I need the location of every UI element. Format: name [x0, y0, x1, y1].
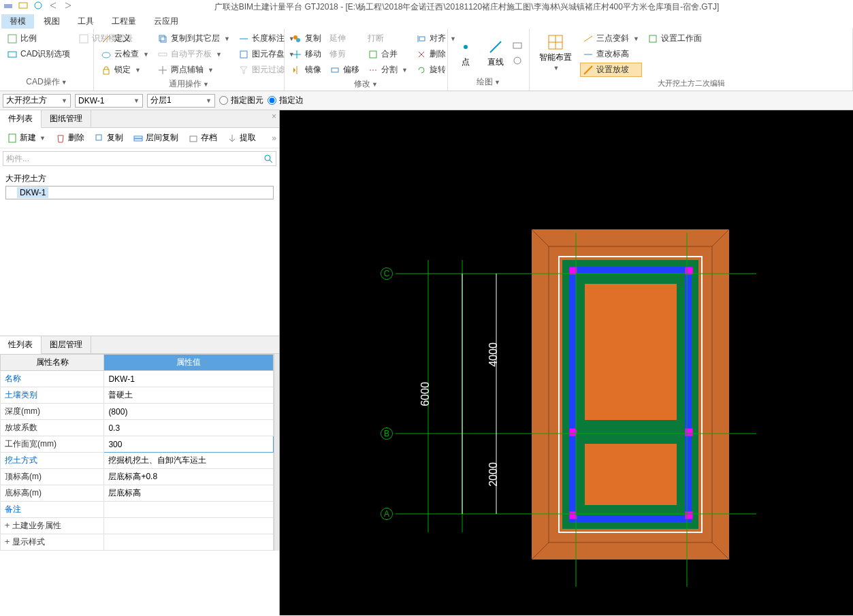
prop-key: 土壤类别 [1, 387, 104, 404]
prop-value[interactable] [104, 502, 274, 518]
category-select[interactable]: 大开挖土方▼ [3, 94, 71, 108]
prop-key: 备注 [1, 502, 104, 518]
svg-rect-18 [370, 51, 376, 58]
prop-value[interactable] [104, 534, 274, 551]
layer-select[interactable]: 分层1▼ [147, 94, 215, 108]
extract-button[interactable]: 提取 [223, 131, 260, 145]
ratio-button[interactable]: 比例 [4, 31, 73, 46]
delete2-button[interactable]: 删除 [51, 131, 88, 145]
mirror-button[interactable]: 镜像 [289, 63, 324, 77]
prop-value[interactable]: 0.3 [104, 420, 274, 436]
set-slope-button[interactable]: 设置放坡 [580, 63, 642, 77]
prop-key: 工作面宽(mm) [1, 436, 104, 453]
undo-icon[interactable] [48, 0, 59, 11]
redo-icon[interactable] [63, 0, 74, 11]
copy2-button[interactable]: 复制 [289, 31, 324, 46]
svg-rect-10 [159, 53, 167, 56]
smart-layout-button[interactable]: 智能布置▼ [534, 31, 577, 77]
merge-icon [368, 49, 379, 60]
delete-icon [416, 49, 427, 60]
tab-component-list[interactable]: 件列表 [0, 110, 42, 128]
auto-level-button: 自动平齐板▼ [155, 47, 233, 61]
menu-bar: 替模 视图 工具 工程量 云应用 [0, 14, 853, 29]
rect-icon[interactable] [512, 40, 523, 51]
prop-key: 顶标高(m) [1, 469, 104, 485]
three-point-slope-button[interactable]: 三点变斜▼ [580, 31, 642, 46]
cloud-check-button[interactable]: 云检查▼ [98, 47, 152, 61]
offset-button[interactable]: 偏移 [327, 63, 362, 77]
cad-icon [7, 49, 18, 60]
merge-button[interactable]: 合并 [365, 47, 411, 61]
new-button[interactable]: 新建▼ [3, 131, 50, 145]
split-icon [368, 65, 379, 76]
search-input[interactable]: 构件... [3, 151, 276, 166]
trim-button: 修剪 [327, 47, 362, 61]
more-icon[interactable]: » [272, 133, 276, 143]
radio-element[interactable]: 指定图元 [219, 95, 263, 106]
menu-quantity[interactable]: 工程量 [103, 14, 144, 29]
layer-copy-button[interactable]: 层间复制 [129, 131, 182, 145]
define-button[interactable]: 定义 [98, 31, 152, 46]
lock-icon [101, 65, 112, 76]
svg-rect-8 [159, 35, 165, 41]
cad-options-button[interactable]: CAD识别选项 [4, 47, 73, 61]
lock-button[interactable]: 锁定▼ [98, 63, 152, 77]
svg-rect-17 [332, 68, 338, 72]
tab-property-list[interactable]: 性列表 [0, 336, 42, 354]
move-button[interactable]: 移动 [289, 47, 324, 61]
prop-key: +土建业务属性 [1, 518, 104, 534]
extract-icon [227, 133, 238, 144]
layers-icon[interactable] [3, 0, 14, 11]
set-slope-icon [583, 65, 594, 76]
prop-value[interactable]: 层底标高+0.8 [104, 469, 274, 485]
svg-rect-23 [513, 43, 521, 48]
check-elevation-button[interactable]: 查改标高 [580, 47, 642, 61]
two-point-axis-button[interactable]: 两点辅轴▼ [155, 63, 233, 77]
group-label-modify: 修改▼ [289, 77, 443, 90]
split-button[interactable]: 分割▼ [365, 63, 411, 77]
set-workface-button[interactable]: 设置工作面 [645, 31, 705, 46]
prop-key: 放坡系数 [1, 420, 104, 436]
prop-value[interactable]: 300 [104, 436, 274, 453]
line-button[interactable]: 直线 [482, 36, 509, 71]
svg-rect-0 [4, 4, 12, 8]
grid-c: C [381, 268, 393, 280]
menu-cloud[interactable]: 云应用 [146, 14, 187, 29]
prop-value[interactable] [104, 518, 274, 534]
menu-view[interactable]: 视图 [35, 14, 68, 29]
prop-value[interactable]: (800) [104, 404, 274, 420]
circle-icon[interactable] [512, 55, 523, 66]
prop-value[interactable]: 层底标高 [104, 485, 274, 502]
cloud-icon [101, 49, 112, 60]
svg-rect-28 [649, 35, 656, 42]
level-icon [157, 49, 168, 60]
scrollbar[interactable] [274, 354, 279, 551]
copy-layer-button[interactable]: 复制到其它层▼ [155, 31, 233, 46]
point-icon [457, 39, 474, 55]
archive-button[interactable]: 存档 [184, 131, 221, 145]
copy3-button[interactable]: 复制 [90, 131, 127, 145]
menu-model[interactable]: 替模 [1, 14, 34, 29]
svg-rect-30 [96, 135, 101, 140]
prop-key: 深度(mm) [1, 404, 104, 420]
svg-point-21 [464, 45, 468, 49]
svg-rect-14 [240, 51, 247, 58]
tree-root[interactable]: 大开挖土方 [5, 172, 274, 186]
tree-child[interactable]: DKW-1 [5, 186, 274, 199]
tab-layer-mgmt[interactable]: 图层管理 [42, 336, 91, 353]
point-button[interactable]: 点 [452, 36, 479, 71]
menu-tools[interactable]: 工具 [69, 14, 102, 29]
ruler-icon[interactable] [18, 0, 29, 11]
col-attr-name: 属性名称 [1, 355, 104, 371]
view-icon[interactable] [33, 0, 44, 11]
prop-value[interactable]: 挖掘机挖土、自卸汽车运土 [104, 453, 274, 469]
slope-icon [583, 33, 594, 44]
prop-value[interactable]: DKW-1 [104, 371, 274, 387]
drawing-canvas[interactable]: C B A 6000 4000 2000 [280, 110, 853, 615]
prop-value[interactable]: 普硬土 [104, 387, 274, 404]
radio-edge[interactable]: 指定边 [268, 95, 304, 106]
close-icon[interactable]: × [272, 112, 276, 121]
tab-drawing-mgmt[interactable]: 图纸管理 [42, 110, 91, 127]
prop-key: 底标高(m) [1, 485, 104, 502]
component-select[interactable]: DKW-1▼ [75, 94, 143, 108]
